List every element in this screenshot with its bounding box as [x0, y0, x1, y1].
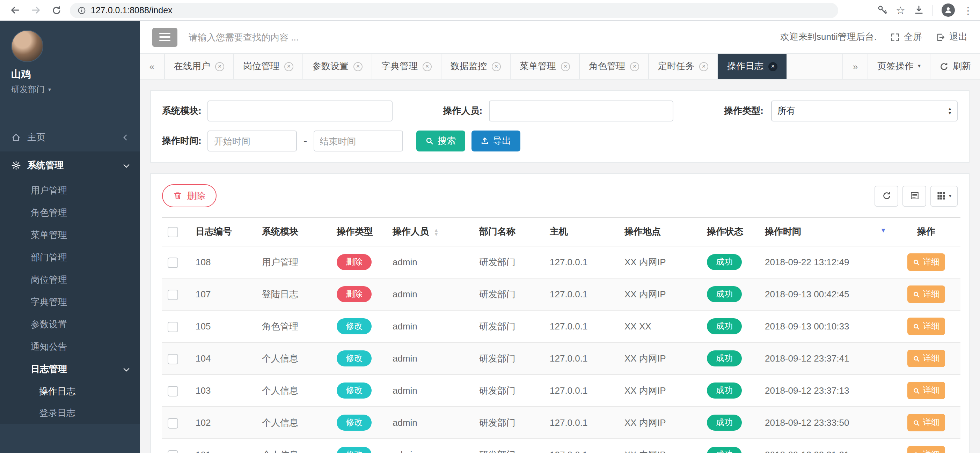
close-icon[interactable]: × [492, 62, 501, 71]
col-operator[interactable]: 操作人员▲▼ [387, 217, 474, 246]
tab-data-monitor[interactable]: 数据监控× [441, 54, 511, 79]
tab-param-settings[interactable]: 参数设置× [303, 54, 372, 79]
row-checkbox[interactable] [168, 257, 178, 268]
sidebar-item-param-settings[interactable]: 参数设置 [0, 314, 140, 336]
close-icon[interactable]: × [699, 62, 708, 71]
tab-scheduled-tasks[interactable]: 定时任务× [649, 54, 718, 79]
module-input[interactable] [208, 100, 393, 122]
start-time-input[interactable] [208, 130, 297, 152]
forward-icon[interactable] [28, 2, 43, 18]
detail-button[interactable]: 详细 [907, 382, 945, 399]
operation-type-badge: 修改 [337, 318, 372, 334]
row-checkbox[interactable] [168, 322, 178, 332]
table-row: 105 角色管理 修改 admin 研发部门 127.0.0.1 XX XX 成… [162, 310, 961, 342]
main-area: 欢迎来到suntii管理后台. 全屏 退出 « 在线用户× 岗位管理× 参数设置… [140, 21, 980, 453]
tab-online-users[interactable]: 在线用户× [165, 54, 234, 79]
sidebar-item-user-management[interactable]: 用户管理 [0, 179, 140, 202]
detail-button[interactable]: 详细 [907, 318, 945, 335]
tab-dict-management[interactable]: 字典管理× [372, 54, 441, 79]
sidebar-item-label: 主页 [27, 131, 45, 144]
detail-button[interactable]: 详细 [907, 414, 945, 431]
welcome-text: 欢迎来到suntii管理后台. [780, 31, 877, 43]
department-dropdown[interactable]: 研发部门 ▾ [11, 84, 129, 96]
toggle-detail-view-button[interactable] [903, 185, 927, 206]
col-time[interactable]: 操作时间▼ [759, 217, 892, 246]
row-checkbox[interactable] [168, 418, 178, 428]
content: 系统模块: 操作人员: 操作类型: 所有 ▲▼ 操作时间: [140, 79, 980, 453]
sidebar-item-dept-management[interactable]: 部门管理 [0, 246, 140, 269]
tab-operation-log[interactable]: 操作日志× [718, 54, 787, 79]
sidebar-item-operation-log[interactable]: 操作日志 [0, 380, 140, 402]
sidebar-item-menu-management[interactable]: 菜单管理 [0, 224, 140, 246]
detail-button[interactable]: 详细 [907, 446, 945, 453]
cell-log-id: 103 [190, 374, 256, 407]
cell-operator: admin [387, 310, 474, 342]
status-badge: 成功 [707, 351, 742, 366]
sidebar-item-label: 参数设置 [31, 318, 67, 331]
columns-dropdown-button[interactable]: ▾ [931, 185, 958, 206]
sidebar-item-post-management[interactable]: 岗位管理 [0, 269, 140, 291]
avatar[interactable] [11, 30, 43, 62]
operator-input[interactable] [488, 100, 673, 122]
cell-log-id: 101 [190, 439, 256, 453]
row-checkbox[interactable] [168, 386, 178, 396]
sidebar-item-notice[interactable]: 通知公告 [0, 336, 140, 358]
sidebar-item-login-log[interactable]: 登录日志 [0, 402, 140, 424]
row-checkbox[interactable] [168, 289, 178, 300]
global-search-input[interactable] [189, 32, 419, 42]
tab-role-management[interactable]: 角色管理× [580, 54, 649, 79]
logout-icon [936, 32, 945, 41]
detail-button[interactable]: 详细 [907, 350, 945, 367]
profile-avatar-icon[interactable] [942, 3, 955, 17]
logout-button[interactable]: 退出 [936, 31, 967, 43]
tab-post-management[interactable]: 岗位管理× [234, 54, 303, 79]
bookmark-star-icon[interactable]: ☆ [896, 5, 905, 15]
close-icon[interactable]: × [215, 62, 224, 71]
close-icon[interactable]: × [353, 62, 363, 71]
row-checkbox[interactable] [168, 353, 178, 364]
screen: 127.0.0.1:8088/index ☆ ⋮ 山鸡 研发部门 [0, 0, 980, 453]
col-module: 系统模块 [256, 217, 331, 246]
sidebar-item-home[interactable]: 主页 [0, 124, 140, 152]
close-icon[interactable]: × [768, 62, 778, 71]
select-all-checkbox[interactable] [168, 227, 178, 237]
cell-module: 角色管理 [256, 310, 331, 342]
export-button[interactable]: 导出 [471, 130, 520, 152]
close-icon[interactable]: × [561, 62, 570, 71]
sidebar-item-role-management[interactable]: 角色管理 [0, 202, 140, 224]
close-icon[interactable]: × [284, 62, 293, 71]
url-bar[interactable]: 127.0.0.1:8088/index [70, 2, 838, 18]
end-time-input[interactable] [313, 130, 402, 152]
tab-menu-management[interactable]: 菜单管理× [511, 54, 580, 79]
operation-type-select[interactable]: 所有 ▲▼ [771, 100, 958, 122]
back-icon[interactable] [7, 2, 22, 18]
sidebar-item-dict-management[interactable]: 字典管理 [0, 291, 140, 314]
tabs-scroll-right-button[interactable]: » [842, 54, 867, 79]
key-icon[interactable] [877, 5, 888, 15]
close-icon[interactable]: × [630, 62, 639, 71]
fullscreen-button[interactable]: 全屏 [891, 31, 922, 43]
row-checkbox[interactable] [168, 450, 178, 453]
info-icon[interactable] [78, 6, 86, 14]
caret-down-icon: ▾ [918, 63, 921, 69]
operation-type-badge: 修改 [337, 351, 372, 366]
refresh-table-button[interactable] [875, 185, 899, 206]
cell-time: 2018-09-13 00:42:45 [759, 278, 892, 310]
reload-icon[interactable] [49, 2, 64, 18]
detail-button[interactable]: 详细 [907, 253, 945, 271]
sidebar-item-log-management[interactable]: 日志管理 [0, 358, 140, 380]
col-host: 主机 [544, 217, 619, 246]
delete-button[interactable]: 删除 [162, 184, 216, 207]
downloads-icon[interactable] [914, 5, 924, 15]
sidebar-toggle-button[interactable] [152, 28, 177, 46]
search-button[interactable]: 搜索 [416, 130, 465, 152]
tabs-scroll-left-button[interactable]: « [140, 54, 165, 79]
detail-label: 详细 [923, 385, 940, 396]
close-icon[interactable]: × [423, 62, 432, 71]
tab-operations-dropdown[interactable]: 页签操作 ▾ [867, 54, 930, 79]
divider [932, 5, 933, 16]
detail-button[interactable]: 详细 [907, 285, 945, 303]
browser-menu-icon[interactable]: ⋮ [963, 5, 973, 16]
sidebar-item-system-management[interactable]: 系统管理 [0, 152, 140, 179]
tab-refresh-button[interactable]: 刷新 [930, 54, 980, 79]
